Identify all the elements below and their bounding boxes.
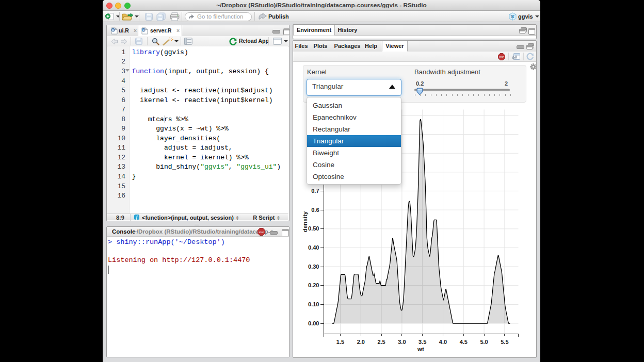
svg-text:4.5: 4.5 (460, 339, 468, 345)
svg-text:2.0: 2.0 (357, 339, 365, 345)
svg-text:0.20: 0.20 (308, 282, 319, 288)
svg-text:5.0: 5.0 (480, 339, 488, 345)
svg-text:4.0: 4.0 (439, 339, 447, 345)
svg-text:3.0: 3.0 (398, 339, 406, 345)
svg-text:0.00: 0.00 (308, 320, 319, 326)
svg-text:density: density (302, 211, 308, 232)
svg-text:R: R (142, 28, 145, 31)
svg-text:3.5: 3.5 (418, 339, 426, 345)
svg-text:R: R (112, 28, 115, 31)
svg-text:2.5: 2.5 (377, 339, 385, 345)
svg-text:0.40: 0.40 (308, 244, 319, 251)
svg-text:0.6: 0.6 (311, 207, 319, 213)
svg-text:1.5: 1.5 (336, 339, 344, 345)
svg-text:R: R (511, 14, 514, 19)
svg-text:STOP: STOP (500, 56, 505, 58)
svg-text:0.7: 0.7 (311, 188, 319, 194)
svg-text:0.10: 0.10 (308, 301, 319, 307)
svg-text:0.50: 0.50 (308, 225, 319, 232)
svg-text:0.30: 0.30 (308, 264, 319, 270)
svg-text:STOP: STOP (259, 232, 264, 234)
svg-text:5.5: 5.5 (501, 339, 508, 345)
svg-text:wt: wt (417, 346, 424, 352)
